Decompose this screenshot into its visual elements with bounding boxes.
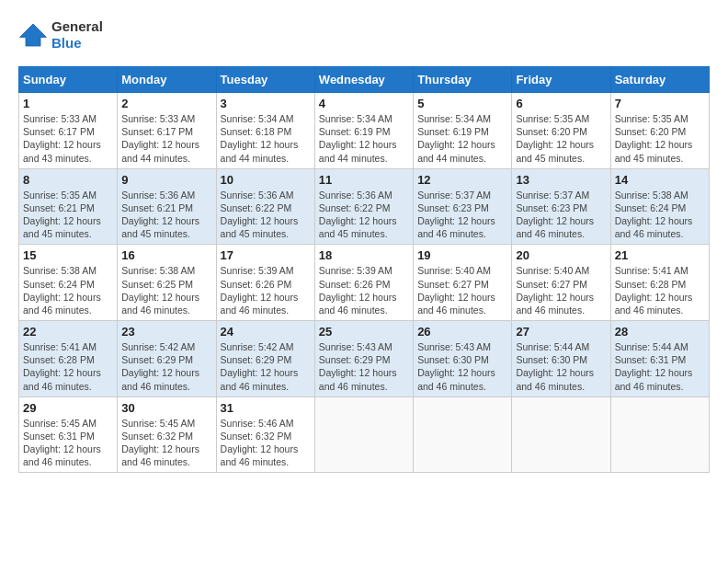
day-info: Sunrise: 5:45 AMSunset: 6:32 PMDaylight:…	[121, 417, 211, 469]
calendar-cell	[512, 396, 610, 473]
day-info: Sunrise: 5:43 AMSunset: 6:29 PMDaylight:…	[319, 340, 409, 393]
day-info: Sunrise: 5:34 AMSunset: 6:18 PMDaylight:…	[221, 112, 311, 165]
calendar-cell: 29Sunrise: 5:45 AMSunset: 6:31 PMDayligh…	[19, 396, 118, 473]
day-number: 17	[221, 248, 311, 262]
calendar-cell: 26Sunrise: 5:43 AMSunset: 6:30 PMDayligh…	[414, 321, 512, 397]
calendar-cell: 30Sunrise: 5:45 AMSunset: 6:32 PMDayligh…	[118, 396, 216, 473]
day-number: 2	[121, 97, 211, 110]
day-info: Sunrise: 5:33 AMSunset: 6:17 PMDaylight:…	[23, 112, 113, 165]
day-number: 11	[319, 173, 409, 187]
day-info: Sunrise: 5:45 AMSunset: 6:31 PMDaylight:…	[23, 417, 113, 469]
day-number: 22	[23, 325, 113, 339]
calendar-cell: 19Sunrise: 5:40 AMSunset: 6:27 PMDayligh…	[414, 245, 512, 321]
day-info: Sunrise: 5:41 AMSunset: 6:28 PMDaylight:…	[23, 340, 113, 393]
calendar-cell: 22Sunrise: 5:41 AMSunset: 6:28 PMDayligh…	[19, 321, 118, 397]
day-number: 8	[23, 173, 113, 187]
day-number: 7	[615, 97, 705, 110]
calendar-cell: 16Sunrise: 5:38 AMSunset: 6:25 PMDayligh…	[118, 245, 216, 321]
day-info: Sunrise: 5:39 AMSunset: 6:26 PMDaylight:…	[319, 264, 409, 316]
calendar-cell: 2Sunrise: 5:33 AMSunset: 6:17 PMDaylight…	[118, 93, 216, 169]
day-number: 21	[615, 248, 705, 262]
calendar-table: SundayMondayTuesdayWednesdayThursdayFrid…	[18, 66, 710, 473]
day-number: 10	[221, 173, 311, 187]
day-info: Sunrise: 5:35 AMSunset: 6:20 PMDaylight:…	[516, 112, 606, 165]
day-info: Sunrise: 5:35 AMSunset: 6:21 PMDaylight:…	[23, 189, 113, 241]
calendar-cell: 14Sunrise: 5:38 AMSunset: 6:24 PMDayligh…	[610, 168, 709, 245]
day-info: Sunrise: 5:37 AMSunset: 6:23 PMDaylight:…	[417, 189, 507, 241]
logo: General Blue	[18, 18, 103, 52]
calendar-cell: 23Sunrise: 5:42 AMSunset: 6:29 PMDayligh…	[118, 321, 216, 397]
day-number: 15	[23, 248, 113, 262]
day-info: Sunrise: 5:39 AMSunset: 6:26 PMDaylight:…	[221, 264, 311, 316]
calendar-cell: 10Sunrise: 5:36 AMSunset: 6:22 PMDayligh…	[216, 168, 314, 245]
day-info: Sunrise: 5:34 AMSunset: 6:19 PMDaylight:…	[417, 112, 507, 165]
calendar-week-row: 8Sunrise: 5:35 AMSunset: 6:21 PMDaylight…	[19, 168, 710, 245]
calendar-cell: 21Sunrise: 5:41 AMSunset: 6:28 PMDayligh…	[610, 245, 709, 321]
day-info: Sunrise: 5:35 AMSunset: 6:20 PMDaylight:…	[615, 112, 705, 165]
day-number: 23	[121, 325, 211, 339]
day-number: 1	[23, 97, 113, 110]
svg-marker-0	[20, 24, 47, 46]
calendar-cell: 18Sunrise: 5:39 AMSunset: 6:26 PMDayligh…	[314, 245, 413, 321]
calendar-cell: 6Sunrise: 5:35 AMSunset: 6:20 PMDaylight…	[512, 93, 610, 169]
calendar-cell: 5Sunrise: 5:34 AMSunset: 6:19 PMDaylight…	[414, 93, 512, 169]
calendar-cell	[314, 396, 413, 473]
day-number: 3	[221, 97, 311, 110]
calendar-cell: 11Sunrise: 5:36 AMSunset: 6:22 PMDayligh…	[314, 168, 413, 245]
calendar-cell	[610, 396, 709, 473]
calendar-cell: 25Sunrise: 5:43 AMSunset: 6:29 PMDayligh…	[314, 321, 413, 397]
day-info: Sunrise: 5:33 AMSunset: 6:17 PMDaylight:…	[121, 112, 211, 165]
day-info: Sunrise: 5:37 AMSunset: 6:23 PMDaylight:…	[516, 189, 606, 241]
calendar-cell: 4Sunrise: 5:34 AMSunset: 6:19 PMDaylight…	[314, 93, 413, 169]
day-number: 19	[417, 248, 507, 262]
day-info: Sunrise: 5:36 AMSunset: 6:22 PMDaylight:…	[319, 189, 409, 241]
day-number: 12	[417, 173, 507, 187]
weekday-header-sunday: Sunday	[19, 67, 118, 93]
calendar-cell: 1Sunrise: 5:33 AMSunset: 6:17 PMDaylight…	[19, 93, 118, 169]
calendar-week-row: 29Sunrise: 5:45 AMSunset: 6:31 PMDayligh…	[19, 396, 710, 473]
day-number: 4	[319, 97, 409, 110]
calendar-cell: 9Sunrise: 5:36 AMSunset: 6:21 PMDaylight…	[118, 168, 216, 245]
calendar-week-row: 15Sunrise: 5:38 AMSunset: 6:24 PMDayligh…	[19, 245, 710, 321]
day-info: Sunrise: 5:43 AMSunset: 6:30 PMDaylight:…	[417, 340, 507, 393]
calendar-cell: 13Sunrise: 5:37 AMSunset: 6:23 PMDayligh…	[512, 168, 610, 245]
day-info: Sunrise: 5:38 AMSunset: 6:25 PMDaylight:…	[121, 264, 211, 316]
logo-icon	[18, 22, 48, 48]
day-info: Sunrise: 5:41 AMSunset: 6:28 PMDaylight:…	[615, 264, 705, 316]
day-number: 13	[516, 173, 606, 187]
day-number: 18	[319, 248, 409, 262]
calendar-cell: 8Sunrise: 5:35 AMSunset: 6:21 PMDaylight…	[19, 168, 118, 245]
calendar-cell: 31Sunrise: 5:46 AMSunset: 6:32 PMDayligh…	[216, 396, 314, 473]
weekday-header-tuesday: Tuesday	[216, 67, 314, 93]
day-number: 24	[221, 325, 311, 339]
day-number: 14	[615, 173, 705, 187]
day-number: 25	[319, 325, 409, 339]
weekday-header-row: SundayMondayTuesdayWednesdayThursdayFrid…	[19, 67, 710, 93]
day-number: 27	[516, 325, 606, 339]
day-info: Sunrise: 5:38 AMSunset: 6:24 PMDaylight:…	[23, 264, 113, 316]
day-number: 31	[221, 401, 311, 415]
day-info: Sunrise: 5:44 AMSunset: 6:30 PMDaylight:…	[516, 340, 606, 393]
calendar-week-row: 1Sunrise: 5:33 AMSunset: 6:17 PMDaylight…	[19, 93, 710, 169]
day-number: 30	[121, 401, 211, 415]
day-number: 20	[516, 248, 606, 262]
calendar-cell: 28Sunrise: 5:44 AMSunset: 6:31 PMDayligh…	[610, 321, 709, 397]
day-number: 5	[417, 97, 507, 110]
day-number: 26	[417, 325, 507, 339]
day-info: Sunrise: 5:38 AMSunset: 6:24 PMDaylight:…	[615, 189, 705, 241]
day-number: 29	[23, 401, 113, 415]
calendar-cell: 12Sunrise: 5:37 AMSunset: 6:23 PMDayligh…	[414, 168, 512, 245]
calendar-cell: 24Sunrise: 5:42 AMSunset: 6:29 PMDayligh…	[216, 321, 314, 397]
day-number: 9	[121, 173, 211, 187]
day-info: Sunrise: 5:40 AMSunset: 6:27 PMDaylight:…	[516, 264, 606, 316]
day-info: Sunrise: 5:42 AMSunset: 6:29 PMDaylight:…	[121, 340, 211, 393]
day-info: Sunrise: 5:40 AMSunset: 6:27 PMDaylight:…	[417, 264, 507, 316]
day-info: Sunrise: 5:42 AMSunset: 6:29 PMDaylight:…	[221, 340, 311, 393]
calendar-week-row: 22Sunrise: 5:41 AMSunset: 6:28 PMDayligh…	[19, 321, 710, 397]
page-header: General Blue	[18, 18, 710, 52]
calendar-cell: 27Sunrise: 5:44 AMSunset: 6:30 PMDayligh…	[512, 321, 610, 397]
day-number: 28	[615, 325, 705, 339]
day-info: Sunrise: 5:36 AMSunset: 6:21 PMDaylight:…	[121, 189, 211, 241]
day-info: Sunrise: 5:46 AMSunset: 6:32 PMDaylight:…	[221, 417, 311, 469]
weekday-header-thursday: Thursday	[414, 67, 512, 93]
